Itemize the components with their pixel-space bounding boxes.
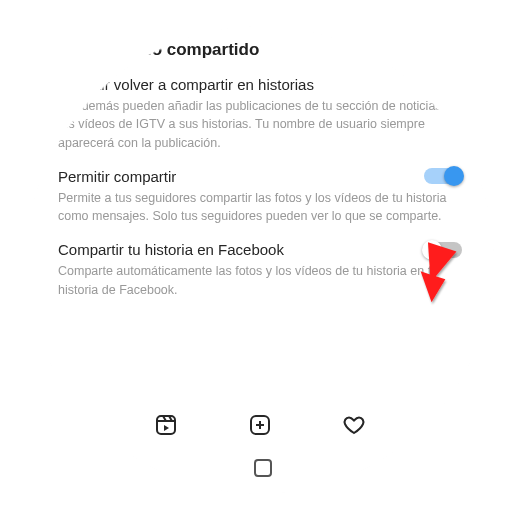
nav-home-icon[interactable]	[254, 459, 272, 477]
setting-allow-share-row[interactable]: Permitir compartir	[58, 168, 462, 185]
setting-allow-share-desc: Permite a tus seguidores compartir las f…	[58, 189, 462, 226]
screenshot-circle: Contenido compartido Permitir volver a c…	[26, 26, 494, 494]
setting-share-fb-row[interactable]: Compartir tu historia en Facebook	[58, 241, 462, 258]
setting-reshare-row[interactable]: Permitir volver a compartir en historias	[58, 76, 462, 93]
android-nav-bar	[26, 452, 494, 484]
setting-reshare-desc: Los demás pueden añadir las publicacione…	[58, 97, 462, 152]
setting-share-fb-title: Compartir tu historia en Facebook	[58, 241, 284, 258]
heart-icon[interactable]	[341, 412, 367, 438]
setting-share-fb-toggle[interactable]	[424, 242, 462, 258]
setting-share-fb-desc: Comparte automáticamente las fotos y los…	[58, 262, 462, 299]
setting-reshare-title: Permitir volver a compartir en historias	[58, 76, 314, 93]
section-heading: Contenido compartido	[78, 40, 462, 60]
settings-scroll: Contenido compartido Permitir volver a c…	[26, 26, 494, 315]
nav-recent-icon[interactable]	[132, 467, 148, 469]
svg-rect-0	[157, 416, 175, 434]
profile-avatar[interactable]	[434, 412, 460, 438]
setting-allow-share-title: Permitir compartir	[58, 168, 176, 185]
reels-icon[interactable]	[153, 412, 179, 438]
new-post-icon[interactable]	[247, 412, 273, 438]
setting-reshare-toggle[interactable]	[424, 77, 462, 93]
tab-bar	[26, 402, 494, 448]
home-icon[interactable]	[60, 412, 86, 438]
nav-back-icon[interactable]	[377, 461, 388, 475]
setting-allow-share-toggle[interactable]	[424, 168, 462, 184]
